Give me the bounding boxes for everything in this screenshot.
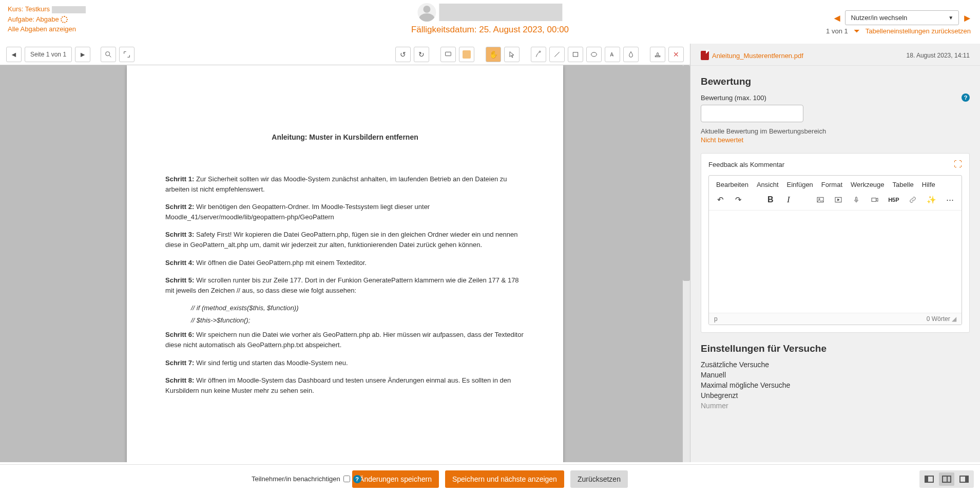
gear-icon[interactable] bbox=[61, 16, 68, 23]
reset-table-link[interactable]: Tabelleneinstellungen zurücksetzen bbox=[866, 27, 971, 35]
highlight-tool-button[interactable] bbox=[605, 47, 620, 62]
hand-tool-button[interactable]: ✋ bbox=[486, 47, 501, 62]
extra-attempts-label: Zusätzliche Versuche bbox=[701, 361, 970, 369]
oval-tool-button[interactable] bbox=[586, 47, 602, 62]
save-button[interactable]: Änderungen speichern bbox=[352, 470, 439, 488]
comment-box-button[interactable] bbox=[440, 47, 456, 62]
video-icon[interactable] bbox=[834, 196, 842, 204]
color-picker-button[interactable] bbox=[459, 47, 474, 62]
feedback-title: Feedback als Kommentar bbox=[708, 161, 784, 168]
redo-icon[interactable]: ↷ bbox=[734, 195, 743, 204]
manual-label: Manuell bbox=[701, 371, 970, 379]
assignment-link[interactable]: Aufgabe: Abgabe bbox=[8, 15, 86, 24]
editor-menu-insert[interactable]: Einfügen bbox=[787, 181, 813, 188]
next-page-button[interactable]: ► bbox=[75, 47, 90, 62]
svg-rect-6 bbox=[573, 52, 578, 56]
rect-tool-button[interactable] bbox=[568, 47, 583, 62]
document-page: Anleitung: Muster in Kursbildern entfern… bbox=[127, 65, 563, 462]
camera-icon[interactable] bbox=[870, 196, 879, 204]
editor-menu-tools[interactable]: Werkzeuge bbox=[851, 181, 885, 188]
current-grade-status: Aktuelle Bewertung im Bewertungsbereich bbox=[701, 127, 970, 135]
more-icon[interactable]: ⋯ bbox=[946, 195, 954, 204]
link-icon[interactable] bbox=[909, 196, 917, 204]
save-next-button[interactable]: Speichern und nächste anzeigen bbox=[445, 470, 564, 488]
word-count: 0 Wörter bbox=[927, 315, 950, 323]
page-indicator: Seite 1 von 1 bbox=[25, 47, 72, 62]
svg-line-1 bbox=[109, 55, 111, 57]
document-viewport[interactable]: Anleitung: Muster in Kursbildern entfern… bbox=[0, 65, 690, 462]
submitted-file-link[interactable]: Anleitung_Musterentfernen.pdf bbox=[701, 51, 803, 60]
avatar bbox=[418, 3, 436, 22]
number-label: Nummer bbox=[701, 402, 970, 410]
svg-point-7 bbox=[591, 52, 597, 56]
editor-menu-edit[interactable]: Bearbeiten bbox=[716, 181, 748, 188]
help-icon[interactable]: ? bbox=[962, 93, 970, 102]
chevron-down-icon: ▼ bbox=[948, 15, 953, 21]
stamp-tool-button[interactable] bbox=[650, 47, 665, 62]
line-tool-button[interactable] bbox=[549, 47, 565, 62]
grading-title: Bewertung bbox=[701, 76, 970, 87]
prev-user-button[interactable]: ◄ bbox=[832, 13, 842, 23]
feedback-editor[interactable] bbox=[709, 210, 962, 313]
svg-rect-8 bbox=[655, 55, 660, 56]
user-name-redacted bbox=[439, 4, 563, 21]
svg-marker-3 bbox=[510, 51, 514, 57]
layout-left-button[interactable] bbox=[921, 472, 937, 486]
attempt-settings-title: Einstellungen für Versuche bbox=[701, 343, 970, 354]
prev-page-button[interactable]: ◄ bbox=[6, 47, 22, 62]
editor-menu-help[interactable]: Hilfe bbox=[922, 181, 935, 188]
image-icon[interactable] bbox=[816, 196, 824, 204]
file-date: 18. August 2023, 14:11 bbox=[907, 52, 970, 59]
notify-checkbox[interactable] bbox=[343, 476, 350, 482]
magic-icon[interactable]: ✨ bbox=[927, 195, 936, 204]
user-select-dropdown[interactable]: Nutzer/in wechseln ▼ bbox=[845, 10, 959, 25]
editor-menu-view[interactable]: Ansicht bbox=[757, 181, 779, 188]
svg-rect-14 bbox=[872, 198, 876, 202]
viewer-scrollbar[interactable] bbox=[683, 65, 690, 462]
ink-tool-button[interactable] bbox=[623, 47, 639, 62]
filter-count: 1 von 1 bbox=[826, 27, 848, 35]
italic-icon[interactable]: I bbox=[784, 195, 793, 205]
notify-help-icon[interactable]: ? bbox=[353, 475, 361, 483]
svg-marker-12 bbox=[838, 199, 839, 201]
grade-label: Bewertung (max. 100) bbox=[701, 94, 766, 102]
reset-button[interactable]: Zurücksetzen bbox=[570, 470, 628, 488]
layout-right-button[interactable] bbox=[956, 472, 972, 486]
editor-path: p bbox=[714, 315, 718, 323]
expand-editor-icon[interactable]: ⛶ bbox=[954, 160, 962, 169]
undo-icon[interactable]: ↶ bbox=[716, 195, 725, 204]
bold-icon[interactable]: B bbox=[766, 195, 775, 204]
pdf-icon bbox=[701, 51, 709, 60]
unlimited-label: Unbegrenzt bbox=[701, 391, 970, 400]
editor-menu-table[interactable]: Tabelle bbox=[893, 181, 914, 188]
resize-handle-icon[interactable]: ◢ bbox=[952, 315, 956, 323]
expand-button[interactable] bbox=[119, 47, 134, 62]
filter-icon[interactable]: ⏷ bbox=[853, 27, 860, 35]
mic-icon[interactable] bbox=[852, 196, 861, 204]
notify-label: Teilnehmer/in benachrichtigen bbox=[252, 475, 340, 483]
rotate-cw-button[interactable]: ↻ bbox=[414, 47, 429, 62]
editor-menu-format[interactable]: Format bbox=[821, 181, 842, 188]
not-graded-label: Nicht bewertet bbox=[701, 136, 970, 144]
select-tool-button[interactable] bbox=[504, 47, 520, 62]
h5p-icon[interactable]: H5P bbox=[888, 197, 899, 203]
max-attempts-label: Maximal mögliche Versuche bbox=[701, 381, 970, 389]
svg-line-5 bbox=[554, 52, 559, 56]
layout-split-button[interactable] bbox=[939, 472, 954, 486]
svg-point-4 bbox=[539, 51, 541, 52]
next-user-button[interactable]: ► bbox=[962, 13, 972, 23]
search-button[interactable] bbox=[101, 47, 116, 62]
rotate-ccw-button[interactable]: ↺ bbox=[395, 47, 411, 62]
show-all-submissions-link[interactable]: Alle Abgaben anzeigen bbox=[8, 25, 86, 33]
due-date: Fälligkeitsdatum: 25. August 2023, 00:00 bbox=[411, 25, 569, 35]
svg-rect-13 bbox=[856, 197, 857, 201]
delete-annotation-button[interactable]: ✕ bbox=[668, 47, 684, 62]
svg-rect-2 bbox=[446, 52, 451, 55]
svg-rect-9 bbox=[817, 197, 823, 202]
course-link[interactable]: Kurs: Testkurs bbox=[8, 5, 86, 13]
pen-tool-button[interactable] bbox=[531, 47, 546, 62]
grade-input[interactable] bbox=[701, 105, 803, 122]
svg-point-0 bbox=[106, 51, 110, 55]
